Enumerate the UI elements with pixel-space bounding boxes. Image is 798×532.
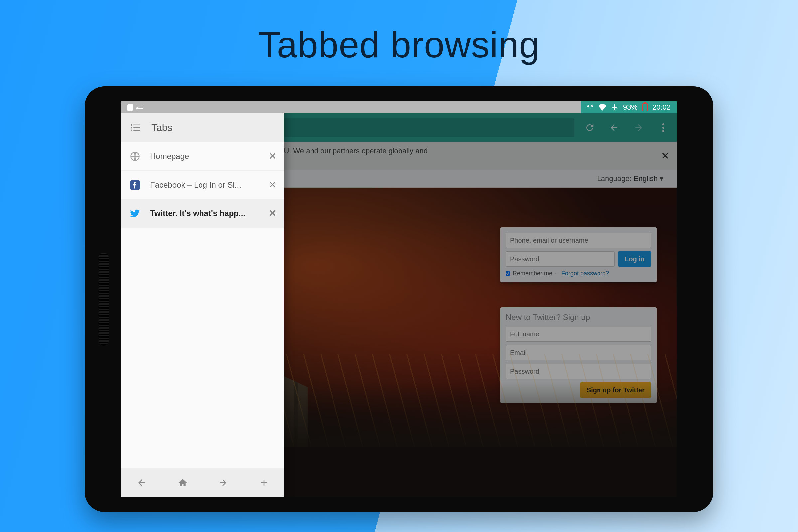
tab-title: Homepage	[150, 152, 259, 161]
clock: 20:02	[652, 103, 671, 112]
browser-window: our Cookie Use and Data Transfer outside…	[121, 113, 677, 497]
battery-icon	[642, 103, 648, 111]
nav-forward-icon[interactable]	[214, 474, 232, 492]
mute-icon	[587, 104, 594, 111]
wifi-icon	[598, 104, 607, 111]
new-tab-icon[interactable]	[255, 474, 273, 492]
forgot-password-link[interactable]: Forgot password?	[561, 270, 609, 277]
sdcard-icon	[127, 104, 133, 111]
overflow-menu-icon[interactable]	[654, 118, 673, 137]
svg-point-8	[131, 129, 132, 131]
remember-checkbox[interactable]	[506, 271, 510, 276]
language-label: Language:	[597, 174, 632, 183]
back-icon[interactable]	[605, 118, 624, 137]
svg-point-1	[662, 124, 664, 125]
close-tab-icon[interactable]: ✕	[269, 208, 276, 219]
cast-icon	[136, 104, 143, 111]
battery-percent: 93%	[623, 103, 638, 112]
login-button[interactable]: Log in	[618, 251, 651, 267]
nav-back-icon[interactable]	[132, 474, 151, 492]
close-icon[interactable]: ✕	[661, 149, 669, 163]
svg-rect-9	[133, 130, 140, 131]
signup-password-field[interactable]	[506, 364, 651, 379]
twitter-icon	[129, 208, 141, 219]
tab-title: Facebook – Log In or Si...	[150, 180, 259, 190]
android-status-bar: 93% 20:02	[121, 101, 677, 113]
tab-item-homepage[interactable]: Homepage ✕	[121, 142, 284, 171]
login-card: Log in Remember me · Forgot password?	[500, 227, 657, 282]
svg-rect-5	[133, 125, 140, 125]
tab-item-facebook[interactable]: Facebook – Log In or Si... ✕	[121, 171, 284, 199]
svg-point-3	[662, 130, 664, 132]
password-field[interactable]	[506, 251, 615, 267]
list-icon	[131, 124, 140, 131]
language-value: English	[634, 174, 658, 183]
signup-card: New to Twitter? Sign up Sign up for Twit…	[500, 307, 657, 403]
signup-title: New to Twitter? Sign up	[506, 312, 651, 322]
forward-icon[interactable]	[629, 118, 648, 137]
facebook-icon	[129, 179, 141, 191]
close-tab-icon[interactable]: ✕	[269, 179, 276, 190]
svg-point-4	[131, 124, 132, 126]
tabs-footer	[121, 469, 284, 497]
fullname-field[interactable]	[506, 326, 651, 342]
tablet-speaker	[99, 253, 109, 346]
tabs-title: Tabs	[151, 122, 172, 133]
svg-rect-7	[133, 127, 140, 128]
signup-button[interactable]: Sign up for Twitter	[580, 382, 651, 398]
tabs-panel: Tabs Homepage ✕ Facebook – Log	[121, 113, 284, 497]
reload-icon[interactable]	[580, 118, 599, 137]
tab-list: Homepage ✕ Facebook – Log In or Si... ✕	[121, 142, 284, 469]
svg-point-2	[662, 127, 664, 129]
device-screen: 93% 20:02	[121, 101, 677, 497]
svg-point-6	[131, 127, 132, 128]
home-icon[interactable]	[173, 474, 192, 492]
tabs-header: Tabs	[121, 113, 284, 142]
remember-label: Remember me	[513, 270, 552, 277]
promo-headline: Tabbed browsing	[0, 23, 798, 65]
tablet-frame: 93% 20:02	[85, 87, 713, 512]
globe-icon	[129, 151, 141, 162]
tab-item-twitter[interactable]: Twitter. It's what's happ... ✕	[121, 199, 284, 228]
tab-title: Twitter. It's what's happ...	[150, 209, 259, 218]
username-field[interactable]	[506, 233, 651, 248]
close-tab-icon[interactable]: ✕	[269, 151, 276, 162]
email-field[interactable]	[506, 345, 651, 360]
airplane-icon	[611, 104, 619, 111]
